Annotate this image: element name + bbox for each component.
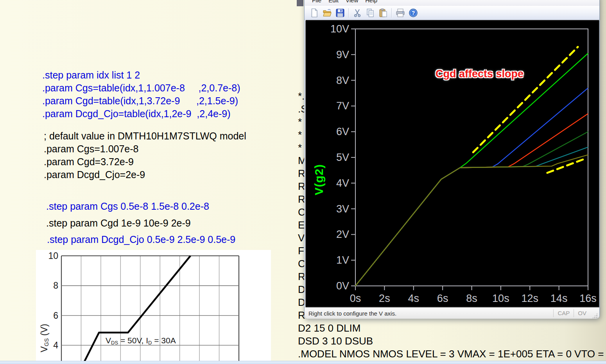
- help-button[interactable]: ?: [408, 8, 418, 18]
- waveform-plot-panel[interactable]: 0V1V2V3V4V5V6V7V8V9V10V0s2s4s6s8s10s12s1…: [305, 20, 599, 307]
- x-tick-label: 8s: [466, 293, 477, 304]
- waveform-annotation: Cgd affects slope: [436, 68, 524, 80]
- resize-grip[interactable]: [592, 313, 598, 319]
- copy-icon: [366, 8, 375, 18]
- spice-comment-line: .param Cgd=3.72e-9: [44, 155, 246, 168]
- background-window-fragment: [297, 0, 303, 6]
- toolbar-separator: [391, 8, 392, 18]
- open-button[interactable]: [322, 8, 332, 18]
- screen: .step param idx list 1 2.param Cgs=table…: [0, 0, 606, 364]
- waveform-trace-trace-4: [355, 132, 588, 286]
- waveform-viewer-window: FileEditViewHelp: [304, 0, 600, 319]
- text-run: (V): [39, 324, 49, 338]
- y-tick-label: 5V: [336, 152, 349, 163]
- spice-directive-line: .step param idx list 1 2: [42, 69, 240, 82]
- slope-guide-upper: [473, 47, 578, 152]
- y-tick-label: 10V: [330, 23, 349, 35]
- text-run: V: [106, 336, 111, 345]
- y-tick-label: 0V: [336, 280, 349, 292]
- x-tick-label: 2s: [379, 293, 390, 304]
- x-tick-label: 4s: [408, 293, 419, 304]
- waveform-chart-canvas: 0V1V2V3V4V5V6V7V8V9V10V0s2s4s6s8s10s12s1…: [306, 20, 599, 307]
- status-bar: Right click to configure the V axis. CAP…: [305, 307, 599, 319]
- datasheet-y-axis-label: VGS (V): [39, 324, 50, 352]
- ds-curve-gate-charge-curve: [83, 256, 190, 364]
- subscript-text: D: [148, 340, 152, 346]
- spice-directives-table: .step param idx list 1 2.param Cgs=table…: [42, 69, 240, 120]
- x-tick-label: 6s: [437, 293, 448, 304]
- menu-file[interactable]: File: [308, 0, 325, 4]
- ds-y-tick-label: 6: [53, 310, 58, 321]
- spice-comment-line: .param Dcgd_Cjo=2e-9: [44, 168, 246, 181]
- spice-comment-line: ; default value in DMTH10H1M7STLWQ model: [44, 130, 246, 143]
- menu-bar: FileEditViewHelp: [305, 0, 599, 6]
- menu-edit[interactable]: Edit: [325, 0, 342, 4]
- x-tick-label: 14s: [550, 293, 568, 304]
- netlist-line: DSD 3 10 DSUB: [298, 335, 604, 348]
- y-tick-label: 4V: [336, 177, 349, 189]
- menu-view[interactable]: View: [342, 0, 362, 4]
- x-tick-label: 10s: [492, 293, 509, 304]
- spice-step-cgs: .step param Cgs 0.5e-8 1.5e-8 0.2e-8: [46, 201, 209, 212]
- waveform-trace-trace-3: [355, 114, 588, 286]
- ds-y-tick-label: 4: [53, 340, 58, 350]
- netlist-line: D2 15 0 DLIM: [298, 322, 604, 335]
- toolbar: ?: [305, 6, 599, 20]
- save-button[interactable]: [335, 8, 345, 18]
- ds-y-tick-label: 10: [48, 251, 58, 261]
- waveform-y-axis-label: V(g2): [312, 164, 326, 195]
- y-tick-label: 6V: [336, 126, 349, 137]
- help-icon: ?: [409, 8, 418, 18]
- spice-directive-line: .param Cgd=table(idx,1,3.72e-9 ,2,1.5e-9…: [42, 95, 240, 107]
- status-pane-ov: OV: [574, 309, 590, 317]
- spice-step-dcgd: .step param Dcgd_Cjo 0.5e-9 2.5e-9 0.5e-…: [47, 234, 235, 245]
- spice-directive-line: .param Cgs=table(idx,1,1.007e-8 ,2,0.7e-…: [42, 82, 240, 95]
- y-tick-label: 3V: [336, 203, 349, 215]
- x-tick-label: 0s: [350, 293, 361, 304]
- new-document-icon: [310, 8, 319, 18]
- paste-clipboard-icon: [378, 8, 388, 18]
- text-run: = 50V, I: [118, 336, 148, 345]
- spice-comment-defaults: ; default value in DMTH10H1M7STLWQ model…: [44, 130, 246, 181]
- text-run: V: [39, 346, 49, 352]
- waveform-trace-trace-1: [355, 54, 588, 286]
- print-button[interactable]: [395, 8, 405, 18]
- waveform-trace-trace-6: [355, 155, 588, 286]
- datasheet-chart-canvas: 10864: [36, 250, 271, 364]
- bottom-edge-strip: [0, 361, 606, 364]
- subscript-text: GS: [43, 338, 50, 346]
- y-tick-label: 9V: [336, 49, 349, 61]
- y-tick-label: 1V: [336, 254, 349, 266]
- menu-help[interactable]: Help: [362, 0, 381, 4]
- ds-y-tick-label: 8: [53, 280, 58, 291]
- datasheet-gate-charge-figure: 10864 VGS (V) VDS = 50V, ID = 30A: [36, 250, 271, 364]
- toolbar-separator: [348, 8, 349, 18]
- spice-step-cgd: .step param Cgd 1e-9 10e-9 2e-9: [46, 218, 191, 229]
- waveform-trace-trace-2: [355, 88, 588, 286]
- cut-button[interactable]: [352, 8, 362, 18]
- cut-scissors-icon: [353, 8, 362, 18]
- status-message: Right click to configure the V axis.: [308, 310, 553, 317]
- save-floppy-icon: [335, 8, 345, 18]
- y-tick-label: 8V: [336, 75, 349, 86]
- netlist-line: .MODEL NMOS NMOS LEVEL = 3 VMAX = 1E+005…: [298, 348, 604, 360]
- spice-directive-line: .param Dcgd_Cjo=table(idx,1,2e-9 ,2,4e-9…: [42, 107, 240, 120]
- svg-text:?: ?: [411, 10, 415, 16]
- x-tick-label: 16s: [579, 293, 597, 304]
- y-tick-label: 7V: [336, 100, 349, 112]
- new-document-button[interactable]: [309, 8, 319, 18]
- open-folder-icon: [323, 8, 332, 18]
- spice-comment-line: .param Cgs=1.007e-8: [44, 143, 246, 155]
- datasheet-test-conditions: VDS = 50V, ID = 30A: [106, 336, 176, 346]
- paste-button[interactable]: [378, 8, 388, 18]
- copy-button[interactable]: [365, 8, 375, 18]
- y-tick-label: 2V: [336, 228, 349, 240]
- print-icon: [396, 8, 405, 18]
- subscript-text: DS: [111, 340, 118, 346]
- text-run: = 30A: [152, 336, 176, 345]
- x-tick-label: 12s: [521, 293, 538, 304]
- status-pane-cap: CAP: [553, 309, 574, 317]
- wave-axis-box: [355, 29, 588, 286]
